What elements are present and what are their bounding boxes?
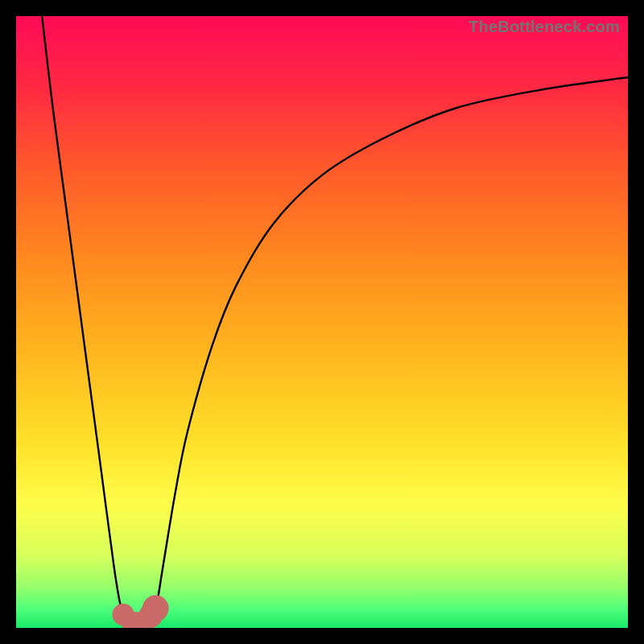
watermark-text: TheBottleneck.com (469, 18, 620, 36)
gradient-background (16, 16, 628, 628)
valley-marker (142, 595, 169, 621)
bottleneck-chart (16, 16, 628, 628)
chart-frame: TheBottleneck.com (16, 16, 628, 628)
